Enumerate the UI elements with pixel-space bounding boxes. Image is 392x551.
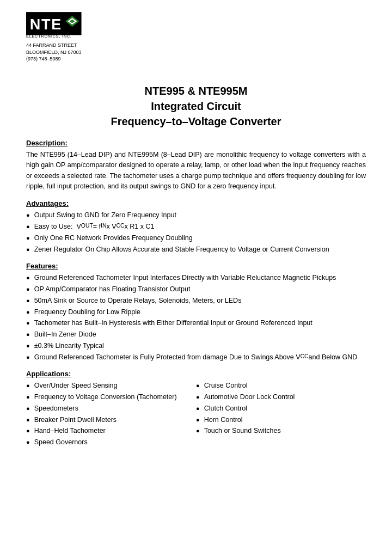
title-section: NTE995 & NTE995M Integrated Circuit Freq… (26, 83, 366, 129)
applications-list-2: Cruise Control Automotive Door Lock Cont… (196, 381, 366, 436)
list-item: Cruise Control (196, 381, 366, 391)
applications-columns: Over/Under Speed Sensing Frequency to Vo… (26, 381, 366, 449)
list-item: Frequency Doubling for Low Ripple (26, 307, 366, 317)
list-item: Touch or Sound Switches (196, 426, 366, 436)
list-item: Easy to Use: VOUT = fIN x VCC x R1 x C1 (26, 222, 366, 232)
list-item: Clutch Control (196, 403, 366, 414)
features-section: Features: Ground Referenced Tachometer I… (26, 262, 366, 362)
logo-block: NTE ELECTRONICS, INC. 44 FARRAND STREET … (26, 11, 86, 63)
list-item: Speed Governors (26, 437, 196, 448)
list-item: Over/Under Speed Sensing (26, 381, 196, 391)
applications-heading: Applications: (26, 370, 366, 378)
address-line1: 44 FARRAND STREET (26, 42, 82, 49)
list-item: Speedometers (26, 403, 196, 414)
address-line2: BLOOMFIELD, NJ 07003 (26, 49, 82, 56)
page-title: NTE995 & NTE995M Integrated Circuit Freq… (26, 83, 366, 129)
applications-list-1: Over/Under Speed Sensing Frequency to Vo… (26, 381, 196, 448)
list-item: Frequency to Voltage Conversion (Tachome… (26, 392, 196, 402)
advantages-section: Advantages: Output Swing to GND for Zero… (26, 199, 366, 254)
applications-col1: Over/Under Speed Sensing Frequency to Vo… (26, 381, 196, 449)
applications-section: Applications: Over/Under Speed Sensing F… (26, 370, 366, 449)
description-section: Description: The NTE995 (14–Lead DIP) an… (26, 139, 366, 192)
list-item: Built–In Zener Diode (26, 329, 366, 340)
list-item: 50mA Sink or Source to Operate Relays, S… (26, 296, 366, 306)
nte-logo: NTE ELECTRONICS, INC. (26, 11, 86, 41)
list-item: Hand–Held Tachometer (26, 426, 196, 436)
list-item: Ground Referenced Tachometer Input Inter… (26, 273, 366, 283)
features-list: Ground Referenced Tachometer Input Inter… (26, 273, 366, 362)
svg-text:ELECTRONICS, INC.: ELECTRONICS, INC. (26, 34, 72, 39)
header: NTE ELECTRONICS, INC. 44 FARRAND STREET … (26, 11, 366, 63)
description-heading: Description: (26, 139, 366, 147)
advantages-heading: Advantages: (26, 199, 366, 207)
list-item: Zener Regulator On Chip Allows Accurate … (26, 244, 366, 255)
list-item: Automotive Door Lock Control (196, 392, 366, 402)
applications-col2: Cruise Control Automotive Door Lock Cont… (196, 381, 366, 449)
page: NTE ELECTRONICS, INC. 44 FARRAND STREET … (0, 0, 392, 551)
list-item: Only One RC Network Provides Frequency D… (26, 233, 366, 243)
list-item: Tachometer has Built–In Hysteresis with … (26, 318, 366, 328)
features-heading: Features: (26, 262, 366, 270)
list-item: Breaker Point Dwell Meters (26, 415, 196, 425)
list-item: Ground Referenced Tachometer is Fully Pr… (26, 352, 366, 363)
company-address: 44 FARRAND STREET BLOOMFIELD, NJ 07003 (… (26, 42, 82, 63)
svg-text:NTE: NTE (30, 16, 62, 33)
list-item: OP Amp/Comparator has Floating Transisto… (26, 284, 366, 295)
company-phone: (973) 748–5089 (26, 56, 82, 63)
description-body: The NTE995 (14–Lead DIP) and NTE995M (8–… (26, 150, 366, 192)
list-item: Output Swing to GND for Zero Frequency I… (26, 210, 366, 221)
list-item: ±0.3% Linearity Typical (26, 341, 366, 351)
list-item: Horn Control (196, 415, 366, 425)
advantages-list: Output Swing to GND for Zero Frequency I… (26, 210, 366, 254)
